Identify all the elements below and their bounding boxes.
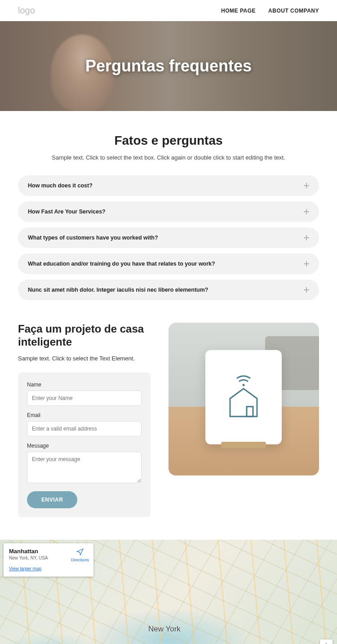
smart-home-image: [168, 323, 319, 475]
accordion-label: How much does it cost?: [28, 182, 93, 189]
view-larger-map-link[interactable]: View larger map: [9, 566, 41, 571]
directions-label: Directions: [71, 558, 89, 562]
faq-heading: Fatos e perguntas: [18, 133, 319, 148]
nav-home[interactable]: HOME PAGE: [221, 8, 256, 14]
message-input[interactable]: [27, 452, 142, 483]
email-label: Email: [27, 412, 142, 418]
plus-icon: [304, 235, 309, 240]
svg-rect-1: [247, 407, 253, 417]
plus-icon: [304, 287, 309, 293]
tablet-device: [205, 350, 282, 444]
zoom-controls: + −: [320, 640, 333, 644]
contact-heading: Faça um projeto de casa inteligente: [18, 323, 151, 349]
map-info-card: Manhattan New York, NY, USA Directions V…: [4, 543, 93, 577]
accordion-item[interactable]: Nunc sit amet nibh dolor. Integer iaculi…: [18, 280, 319, 300]
plus-icon: [304, 183, 309, 188]
tablet-stand: [221, 442, 266, 448]
accordion-item[interactable]: What types of customers have you worked …: [18, 227, 319, 248]
accordion-label: How Fast Are Your Services?: [28, 209, 106, 215]
contact-right: [168, 323, 319, 517]
nav-about[interactable]: ABOUT COMPANY: [268, 8, 319, 14]
plus-icon: [304, 261, 309, 266]
accordion-item[interactable]: How Fast Are Your Services?: [18, 201, 319, 222]
message-label: Message: [27, 443, 142, 449]
accordion-label: What types of customers have you worked …: [28, 235, 158, 241]
zoom-in-button[interactable]: +: [320, 640, 333, 644]
submit-button[interactable]: ENVIAR: [27, 491, 77, 508]
hero-banner: Perguntas frequentes: [0, 21, 337, 111]
svg-point-0: [243, 384, 245, 386]
hero-title: Perguntas frequentes: [85, 57, 252, 76]
accordion-item[interactable]: How much does it cost?: [18, 175, 319, 196]
name-label: Name: [27, 382, 142, 388]
plus-icon: [304, 209, 309, 214]
logo[interactable]: logo: [18, 5, 35, 16]
accordion-item[interactable]: What education and/or training do you ha…: [18, 253, 319, 274]
contact-desc: Sample text. Click to select the Text El…: [18, 355, 151, 362]
accordion-label: Nunc sit amet nibh dolor. Integer iaculi…: [28, 287, 208, 293]
header: logo HOME PAGE ABOUT COMPANY: [0, 0, 337, 21]
map-city-label: New York: [148, 625, 181, 634]
email-input[interactable]: [27, 421, 142, 436]
accordion: How much does it cost? How Fast Are Your…: [18, 175, 319, 300]
faq-section: Fatos e perguntas Sample text. Click to …: [0, 111, 337, 323]
name-input[interactable]: [27, 391, 142, 406]
contact-section: Faça um projeto de casa inteligente Samp…: [0, 323, 337, 540]
contact-left: Faça um projeto de casa inteligente Samp…: [18, 323, 151, 517]
accordion-label: What education and/or training do you ha…: [28, 261, 215, 267]
main-nav: HOME PAGE ABOUT COMPANY: [221, 8, 319, 14]
map-container[interactable]: New York Manhattan New York, NY, USA Dir…: [0, 540, 337, 644]
contact-form: Name Email Message ENVIAR: [18, 373, 151, 517]
house-wifi-icon: [223, 372, 264, 423]
directions-button[interactable]: Directions: [71, 548, 89, 562]
faq-subtext: Sample text. Click to select the text bo…: [18, 154, 319, 161]
